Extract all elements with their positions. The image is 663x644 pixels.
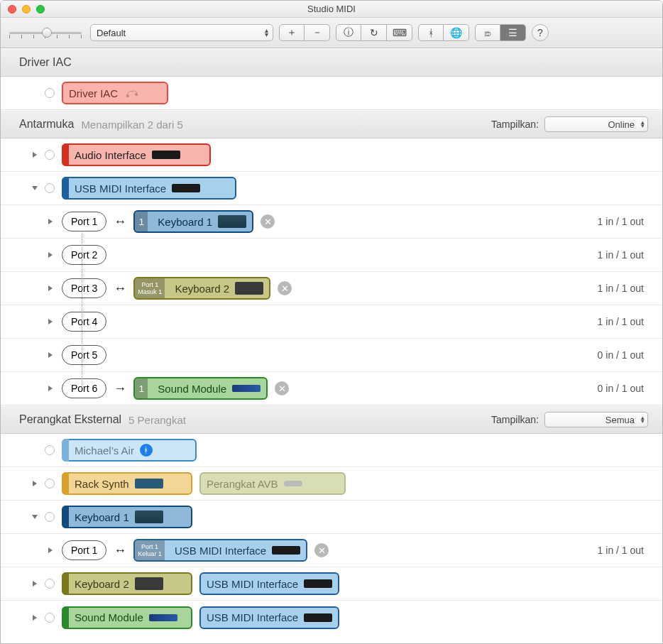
port-chip[interactable]: Port 1 <box>62 212 106 231</box>
disclosure-closed-icon[interactable] <box>46 217 55 226</box>
show-select[interactable]: Online ▴▾ <box>544 116 648 132</box>
disconnect-button[interactable]: ✕ <box>278 281 292 295</box>
test-button[interactable]: ⌨ <box>387 24 412 41</box>
device-row-sound-module[interactable]: Sound Module USB MIDI Interface <box>1 601 662 634</box>
disclosure-closed-icon[interactable] <box>46 351 55 359</box>
interface-icon <box>272 546 300 555</box>
bluetooth-icon: ᚼ <box>428 27 434 38</box>
list-view-button[interactable]: ☰ <box>500 24 526 41</box>
chevron-updown-icon: ▴▾ <box>641 121 645 128</box>
disclosure-open-icon[interactable] <box>31 184 39 192</box>
disclosure-closed-icon[interactable] <box>46 546 55 555</box>
port-chip[interactable]: Port 4 <box>62 312 106 332</box>
window-controls <box>1 5 45 13</box>
disclosure-closed-icon[interactable] <box>31 151 39 159</box>
disclosure-closed-icon[interactable] <box>31 479 39 488</box>
interface-icon <box>304 613 332 622</box>
device-chip-usb-midi[interactable]: USB MIDI Interface <box>62 177 236 200</box>
device-chip-iac[interactable]: Driver IAC <box>62 82 168 104</box>
show-label: Tampilkan: <box>491 414 539 425</box>
close-icon[interactable] <box>8 5 16 13</box>
port-info: 0 in / 1 out <box>598 383 651 394</box>
status-dot <box>45 445 55 455</box>
device-chip-keyboard2[interactable]: Keyboard 2 <box>62 572 192 595</box>
config-select-value: Default <box>97 28 126 38</box>
bidir-arrow-icon: ↔ <box>114 543 126 558</box>
device-chip-usb-midi-link[interactable]: Port 1Keluar 1 USB MIDI Interface <box>133 539 307 562</box>
port-row[interactable]: Port 1 ↔ 1 Keyboard 1 ✕ 1 in / 1 out <box>1 205 662 239</box>
device-label: USB MIDI Interface <box>75 182 166 195</box>
minimize-icon[interactable] <box>22 5 31 13</box>
disclosure-closed-icon[interactable] <box>46 251 55 259</box>
device-chip-keyboard2[interactable]: Port 1Masuk 1 Keyboard 2 <box>133 277 270 300</box>
refresh-button[interactable]: ↻ <box>361 24 387 41</box>
disconnect-button[interactable]: ✕ <box>275 381 289 395</box>
graph-icon: ⎄ <box>485 27 491 38</box>
port-row[interactable]: Port 3 ↔ Port 1Masuk 1 Keyboard 2 ✕ 1 in… <box>1 272 662 305</box>
device-chip-sound-module[interactable]: Sound Module <box>62 606 192 629</box>
device-chip-keyboard1[interactable]: Keyboard 1 <box>62 506 192 528</box>
avb-icon <box>284 481 302 486</box>
port-chip[interactable]: Port 6 <box>62 378 106 398</box>
disclosure-closed-icon[interactable] <box>46 317 55 326</box>
device-chip-avb[interactable]: Perangkat AVB <box>199 472 346 495</box>
port-info: 0 in / 1 out <box>598 349 651 361</box>
port-chip[interactable]: Port 2 <box>62 245 106 265</box>
zoom-icon[interactable] <box>36 5 45 13</box>
port-chip[interactable]: Port 1 <box>62 540 106 560</box>
keyboard-icon <box>218 215 246 228</box>
device-row-usb-midi[interactable]: USB MIDI Interface <box>1 172 662 205</box>
remove-button[interactable]: － <box>305 24 330 41</box>
device-chip-rack-synth[interactable]: Rack Synth <box>62 472 192 495</box>
device-chip-keyboard1[interactable]: 1 Keyboard 1 <box>133 210 253 233</box>
graph-view-button[interactable]: ⎄ <box>475 24 500 41</box>
device-chip-audio-interface[interactable]: Audio Interface <box>62 143 211 166</box>
config-select[interactable]: Default ▴▾ <box>90 24 273 41</box>
device-label: Audio Interface <box>75 149 146 161</box>
device-row-keyboard1[interactable]: Keyboard 1 <box>1 501 662 534</box>
disconnect-button[interactable]: ✕ <box>261 214 275 229</box>
add-button[interactable]: ＋ <box>279 24 305 41</box>
info-icon: ⓘ <box>344 26 354 39</box>
titlebar: Studio MIDI <box>1 1 662 18</box>
interface-icon <box>304 579 332 588</box>
port-row[interactable]: Port 5 0 in / 1 out <box>1 339 662 372</box>
disclosure-closed-icon[interactable] <box>31 613 39 622</box>
device-label: Rack Synth <box>75 478 129 490</box>
port-row[interactable]: Port 1 ↔ Port 1Keluar 1 USB MIDI Interfa… <box>1 534 662 567</box>
module-icon <box>232 385 261 392</box>
show-label: Tampilkan: <box>491 119 539 130</box>
bluetooth-icon: ᚼ <box>140 444 153 457</box>
status-dot <box>45 183 55 193</box>
device-chip-usb-midi-link[interactable]: USB MIDI Interface <box>199 572 339 595</box>
device-chip-usb-midi-link[interactable]: USB MIDI Interface <box>199 606 339 629</box>
port-number: 1 <box>135 212 148 231</box>
port-chip[interactable]: Port 5 <box>62 345 106 365</box>
network-button[interactable]: 🌐 <box>444 24 469 41</box>
disconnect-button[interactable]: ✕ <box>314 543 329 557</box>
port-chip[interactable]: Port 3 <box>62 278 106 298</box>
port-row[interactable]: Port 2 1 in / 1 out <box>1 239 662 272</box>
show-select[interactable]: Semua ▴▾ <box>544 412 648 427</box>
info-button[interactable]: ⓘ <box>336 24 361 41</box>
device-chip-sound-module[interactable]: 1 Sound Module <box>133 377 268 400</box>
device-chip-michaels-air[interactable]: Michael’s Air ᚼ <box>62 439 197 462</box>
view-group: ⎄ ☰ <box>475 24 526 41</box>
bluetooth-button[interactable]: ᚼ <box>418 24 444 41</box>
device-label: Keyboard 2 <box>175 283 229 295</box>
device-row-keyboard2[interactable]: Keyboard 2 USB MIDI Interface <box>1 567 662 601</box>
icon-size-slider[interactable] <box>6 26 84 40</box>
port-row[interactable]: Port 4 1 in / 1 out <box>1 305 662 339</box>
device-row-iac[interactable]: Driver IAC <box>1 77 662 110</box>
show-value: Online <box>608 119 635 130</box>
port-row[interactable]: Port 6 → 1 Sound Module ✕ 0 in / 1 out <box>1 372 662 405</box>
disclosure-closed-icon[interactable] <box>46 384 55 393</box>
svg-point-0 <box>126 94 129 97</box>
device-row-rack-synth[interactable]: Rack Synth Perangkat AVB <box>1 467 662 501</box>
disclosure-open-icon[interactable] <box>31 513 39 521</box>
device-row-audio-interface[interactable]: Audio Interface <box>1 138 662 172</box>
disclosure-closed-icon[interactable] <box>46 284 55 293</box>
disclosure-closed-icon[interactable] <box>31 579 39 588</box>
device-row-michaels-air[interactable]: Michael’s Air ᚼ <box>1 434 662 467</box>
help-button[interactable]: ? <box>532 24 549 41</box>
